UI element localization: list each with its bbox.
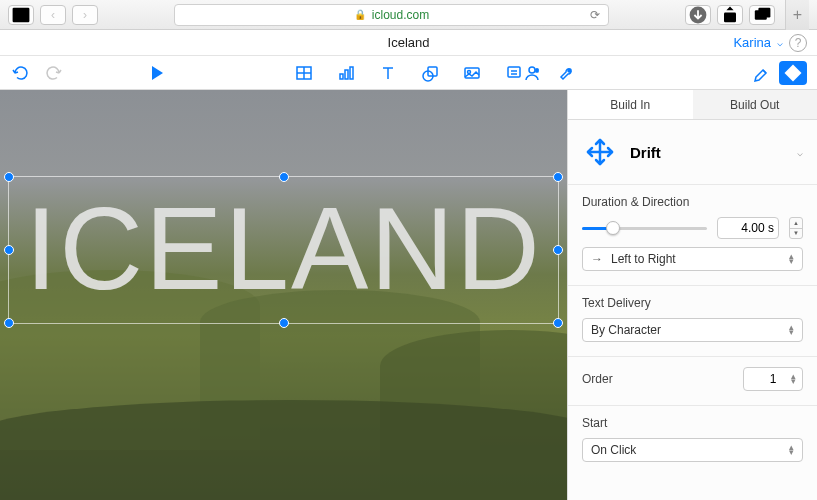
- user-name: Karina: [733, 35, 771, 50]
- forward-button[interactable]: ›: [72, 5, 98, 25]
- shape-button[interactable]: [420, 63, 440, 83]
- svg-rect-0: [13, 7, 30, 21]
- reload-icon[interactable]: ⟳: [590, 8, 600, 22]
- resize-handle[interactable]: [4, 318, 14, 328]
- document-title: Iceland: [388, 35, 430, 50]
- undo-button[interactable]: [10, 63, 30, 83]
- arrow-right-icon: →: [591, 252, 603, 266]
- resize-handle[interactable]: [553, 318, 563, 328]
- drift-icon: [582, 134, 618, 170]
- tabs-button[interactable]: [749, 5, 775, 25]
- table-button[interactable]: [294, 63, 314, 83]
- effect-selector[interactable]: Drift ⌵: [568, 120, 817, 185]
- resize-handle[interactable]: [553, 172, 563, 182]
- svg-rect-10: [345, 70, 348, 79]
- resize-handle[interactable]: [4, 245, 14, 255]
- svg-rect-11: [350, 67, 353, 79]
- duration-field[interactable]: 4.00 s: [717, 217, 779, 239]
- tools-button[interactable]: [556, 63, 576, 83]
- back-button[interactable]: ‹: [40, 5, 66, 25]
- svg-rect-5: [758, 7, 770, 17]
- play-button[interactable]: [152, 66, 163, 80]
- browser-toolbar: ‹ › 🔒 icloud.com ⟳ +: [0, 0, 817, 30]
- svg-point-17: [467, 70, 470, 73]
- chevron-down-icon: ⌵: [777, 37, 783, 48]
- direction-value: Left to Right: [611, 252, 676, 266]
- order-select[interactable]: 1 ▴▾: [743, 367, 803, 391]
- tab-build-out[interactable]: Build Out: [693, 90, 818, 119]
- text-delivery-select[interactable]: By Character ▴▾: [582, 318, 803, 342]
- svg-rect-9: [340, 74, 343, 79]
- chevron-icon: ▴▾: [791, 374, 796, 384]
- user-menu[interactable]: Karina ⌵ ?: [733, 34, 807, 52]
- title-bar: Iceland Karina ⌵ ?: [0, 30, 817, 56]
- tab-build-in[interactable]: Build In: [568, 90, 693, 119]
- svg-rect-18: [508, 67, 520, 77]
- resize-handle[interactable]: [279, 318, 289, 328]
- lock-icon: 🔒: [354, 9, 366, 20]
- media-button[interactable]: [462, 63, 482, 83]
- duration-stepper[interactable]: ▲▼: [789, 217, 803, 239]
- effect-name: Drift: [630, 144, 785, 161]
- address-bar[interactable]: 🔒 icloud.com ⟳: [174, 4, 609, 26]
- start-select[interactable]: On Click ▴▾: [582, 438, 803, 462]
- downloads-button[interactable]: [685, 5, 711, 25]
- resize-handle[interactable]: [4, 172, 14, 182]
- chevron-icon: ▴▾: [789, 254, 794, 264]
- redo-button[interactable]: [44, 63, 64, 83]
- diamond-icon: [785, 64, 802, 81]
- svg-rect-3: [724, 12, 736, 22]
- resize-handle[interactable]: [553, 245, 563, 255]
- text-button[interactable]: [378, 63, 398, 83]
- order-label: Order: [582, 372, 613, 386]
- help-button[interactable]: ?: [789, 34, 807, 52]
- sidebar-toggle-button[interactable]: [8, 5, 34, 25]
- comment-button[interactable]: [504, 63, 524, 83]
- chevron-icon: ▴▾: [789, 325, 794, 335]
- chevron-icon: ▴▾: [789, 445, 794, 455]
- resize-handle[interactable]: [279, 172, 289, 182]
- app-toolbar: +: [0, 56, 817, 90]
- format-button[interactable]: [751, 63, 771, 83]
- share-button[interactable]: [717, 5, 743, 25]
- slide-canvas[interactable]: ICELAND: [0, 90, 567, 500]
- svg-point-21: [529, 67, 535, 73]
- start-value: On Click: [591, 443, 636, 457]
- url-text: icloud.com: [372, 8, 429, 22]
- chevron-down-icon: ⌵: [797, 147, 803, 158]
- new-tab-button[interactable]: +: [785, 0, 809, 30]
- text-delivery-label: Text Delivery: [582, 296, 803, 310]
- selection-box: [8, 176, 559, 324]
- inspector-panel: Build In Build Out Drift ⌵ Duration & Di…: [567, 90, 817, 500]
- order-value: 1: [770, 372, 777, 386]
- slider-thumb[interactable]: [606, 221, 620, 235]
- collaborate-button[interactable]: +: [522, 63, 542, 83]
- start-label: Start: [582, 416, 803, 430]
- chart-button[interactable]: [336, 63, 356, 83]
- animate-button[interactable]: [779, 61, 807, 85]
- text-delivery-value: By Character: [591, 323, 661, 337]
- duration-slider[interactable]: [582, 227, 707, 230]
- direction-select[interactable]: → Left to Right ▴▾: [582, 247, 803, 271]
- duration-label: Duration & Direction: [582, 195, 803, 209]
